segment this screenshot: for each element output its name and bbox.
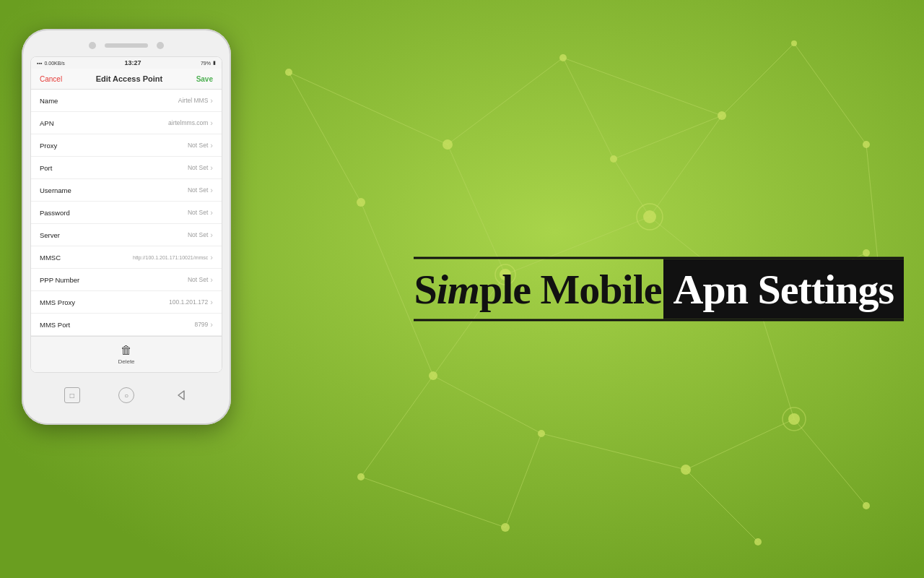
apn-row-apn[interactable]: APN airtelmms.com (31, 112, 222, 134)
apn-value-password: Not Set (188, 208, 213, 217)
apn-row-server[interactable]: Server Not Set (31, 224, 222, 246)
apn-row-ppp[interactable]: PPP Number Not Set (31, 269, 222, 291)
apn-value-mms-proxy: 100.1.201.172 (169, 298, 213, 306)
apn-row-username[interactable]: Username Not Set (31, 179, 222, 202)
phone-speaker (105, 43, 148, 48)
svg-marker-52 (178, 391, 184, 400)
status-time: 13:27 (124, 59, 141, 66)
svg-point-43 (357, 198, 365, 207)
title-container: Simple Mobile Apn Settings (414, 257, 904, 322)
battery-icon: ▮ (213, 60, 216, 66)
apn-value-mmsc: http://100.1.201.171:10021/mmsc (133, 253, 213, 262)
phone-screen: ▪▪▪ 0.00KB/s 13:27 79% ▮ Cancel Edit Acc… (30, 56, 222, 373)
apn-label-mmsc: MMSC (40, 254, 61, 262)
title-text-part1: Simple Mobile (414, 265, 661, 314)
svg-point-29 (443, 139, 453, 150)
svg-point-31 (718, 111, 726, 120)
svg-point-32 (791, 40, 797, 46)
phone-nav: □ ○ (30, 379, 222, 412)
battery-level: 79% (201, 61, 211, 66)
svg-point-40 (538, 430, 545, 437)
apn-screen-title: Edit Access Point (96, 74, 163, 83)
apn-value-proxy: Not Set (188, 141, 213, 150)
svg-point-30 (559, 54, 567, 61)
svg-point-46 (754, 538, 762, 545)
apn-row-proxy[interactable]: Proxy Not Set (31, 134, 222, 157)
delete-icon: 🗑 (121, 344, 132, 357)
save-button[interactable]: Save (196, 75, 213, 83)
svg-point-39 (429, 371, 437, 380)
status-left: ▪▪▪ 0.00KB/s (37, 61, 65, 66)
delete-label: Delete (118, 358, 134, 365)
recents-button[interactable]: ○ (118, 387, 134, 403)
phone-notch (30, 42, 222, 49)
data-speed: 0.00KB/s (44, 61, 64, 66)
apn-row-name[interactable]: Name Airtel MMS (31, 90, 222, 112)
back-button[interactable] (173, 387, 188, 403)
apn-label-port: Port (40, 164, 52, 172)
apn-label-password: Password (40, 209, 70, 217)
home-button[interactable]: □ (64, 387, 80, 403)
status-bar: ▪▪▪ 0.00KB/s 13:27 79% ▮ (31, 57, 222, 69)
svg-point-37 (863, 249, 870, 256)
apn-value-port: Not Set (188, 163, 213, 172)
apn-row-mms-port[interactable]: MMS Port 8799 (31, 314, 222, 336)
apn-label-apn: APN (40, 119, 54, 127)
apn-value-ppp: Not Set (188, 275, 213, 284)
svg-point-38 (788, 413, 800, 425)
title-black-section: Apn Settings (663, 259, 904, 319)
apn-label-username: Username (40, 186, 71, 194)
title-text-part2: Apn Settings (674, 265, 894, 314)
phone-camera (89, 42, 96, 49)
apn-value-mms-port: 8799 (194, 320, 213, 329)
apn-label-ppp: PPP Number (40, 276, 79, 284)
apn-value-name: Airtel MMS (178, 96, 213, 105)
apn-row-port[interactable]: Port Not Set (31, 157, 222, 179)
apn-value-apn: airtelmms.com (168, 118, 213, 127)
svg-point-47 (501, 523, 510, 532)
svg-point-35 (643, 210, 656, 223)
apn-value-username: Not Set (188, 186, 213, 194)
phone-dot (157, 42, 164, 49)
apn-settings-list: Name Airtel MMS APN airtelmms.com Proxy … (31, 90, 222, 336)
apn-row-mms-proxy[interactable]: MMS Proxy 100.1.201.172 (31, 291, 222, 314)
title-white-section: Simple Mobile (414, 259, 661, 319)
apn-label-name: Name (40, 97, 58, 105)
status-right: 79% ▮ (201, 60, 216, 66)
apn-label-server: Server (40, 231, 60, 239)
apn-row-password[interactable]: Password Not Set (31, 202, 222, 224)
delete-area[interactable]: 🗑 Delete (31, 336, 222, 372)
apn-label-mms-port: MMS Port (40, 321, 70, 329)
svg-point-44 (610, 155, 617, 163)
apn-value-server: Not Set (188, 230, 213, 239)
svg-point-42 (863, 502, 870, 509)
apn-row-mmsc[interactable]: MMSC http://100.1.201.171:10021/mmsc (31, 246, 222, 269)
svg-point-48 (357, 473, 365, 480)
apn-label-proxy: Proxy (40, 142, 57, 150)
signal-icon: ▪▪▪ (37, 61, 42, 66)
cancel-button[interactable]: Cancel (40, 75, 62, 83)
svg-point-33 (863, 141, 870, 148)
svg-point-41 (681, 465, 691, 475)
apn-header: Cancel Edit Access Point Save (31, 69, 222, 90)
apn-label-mms-proxy: MMS Proxy (40, 298, 75, 306)
svg-point-28 (285, 69, 292, 76)
phone-mockup: ▪▪▪ 0.00KB/s 13:27 79% ▮ Cancel Edit Acc… (22, 29, 238, 425)
